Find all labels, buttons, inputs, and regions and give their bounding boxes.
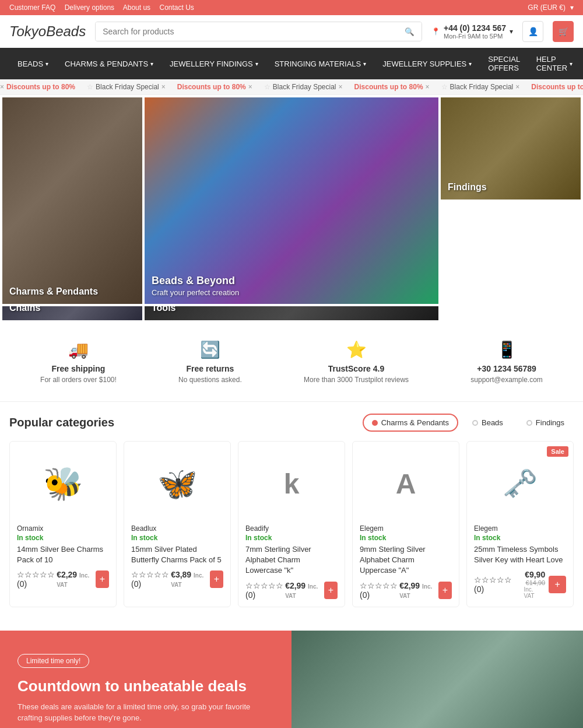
- product-rating-1: ☆☆☆☆☆ (0): [131, 570, 171, 589]
- ticker-close-3[interactable]: ×: [248, 83, 252, 91]
- tab-findings[interactable]: Findings: [517, 414, 574, 432]
- product-price-area-1: €3,89 Inc. VAT +: [171, 570, 223, 589]
- shipping-icon: 🚚: [40, 340, 117, 359]
- trustpilot-link[interactable]: Trustpilot reviews: [354, 376, 409, 384]
- product-grid: 🐝 Ornamix In stock 14mm Silver Bee Charm…: [9, 441, 574, 607]
- delivery-link[interactable]: Delivery options: [65, 4, 114, 12]
- star4: ☆: [154, 570, 161, 579]
- product-price-0: €2,29 Inc. VAT: [57, 570, 92, 589]
- product-image-2[interactable]: k: [245, 449, 338, 519]
- contact-link[interactable]: Contact Us: [159, 4, 194, 12]
- star2: ☆: [253, 581, 261, 590]
- hero-beads-label: Beads & Beyond Craft your perfect creati…: [152, 275, 239, 297]
- beads-dot: [472, 420, 478, 426]
- product-price-block-4: €9,90 €14,90 Inc. VAT: [524, 570, 546, 599]
- ticker-item-5: Discounts up to 80% ×: [354, 83, 430, 91]
- product-price-1: €3,89 Inc. VAT: [171, 570, 206, 589]
- nav-special-offers[interactable]: SPECIAL OFFERS: [480, 48, 528, 79]
- star5: ☆: [276, 581, 283, 590]
- charms-dot: [372, 420, 378, 426]
- product-stock-2: In stock: [245, 534, 338, 542]
- ticker-item-4: ☆ Black Friday Special ×: [264, 83, 343, 91]
- product-card-2: k Beadify In stock 7mm Sterling Silver A…: [238, 441, 345, 607]
- product-price-area-4: €9,90 €14,90 Inc. VAT +: [524, 570, 566, 599]
- star4: ☆: [40, 570, 47, 579]
- nav-stringing[interactable]: STRINGING MATERIALS▾: [266, 52, 375, 75]
- region-chevron: ▾: [570, 4, 574, 12]
- add-cart-btn-0[interactable]: +: [96, 570, 109, 588]
- product-image-4[interactable]: 🗝️: [474, 449, 566, 519]
- nav-charms[interactable]: CHARMS & PENDANTS▾: [57, 52, 161, 75]
- ticker-close-6[interactable]: ×: [515, 83, 519, 91]
- hero-beads[interactable]: Beads & Beyond Craft your perfect creati…: [145, 97, 438, 304]
- product-icon-3: A: [396, 468, 416, 500]
- hero-findings[interactable]: Findings: [441, 97, 581, 200]
- product-price-area-3: €2,99 Inc. VAT +: [399, 581, 452, 600]
- product-name-0: 14mm Silver Bee Charms Pack of 10: [17, 544, 109, 565]
- category-tabs: Charms & Pendants Beads Findings: [363, 414, 574, 432]
- support-email: support@example.com: [470, 376, 543, 384]
- cart-button[interactable]: 🛒: [553, 21, 574, 42]
- account-button[interactable]: 👤: [522, 21, 543, 42]
- header: TokyoBeads 🔍 📍 +44 (0) 1234 567 Mon-Fri …: [0, 15, 583, 48]
- phone-number[interactable]: +44 (0) 1234 567: [444, 23, 506, 33]
- ticker-item-2: ☆ Black Friday Special ×: [87, 83, 166, 91]
- add-cart-btn-1[interactable]: +: [210, 570, 223, 588]
- ticker-item-3: Discounts up to 80% ×: [177, 83, 252, 91]
- product-rating-2: ☆☆☆☆☆ (0): [245, 581, 285, 600]
- ticker-close-5[interactable]: ×: [426, 83, 430, 91]
- faq-link[interactable]: Customer FAQ: [9, 4, 55, 12]
- ticker-close-2[interactable]: ×: [161, 83, 166, 91]
- product-image-3[interactable]: A: [360, 449, 452, 519]
- tab-charms[interactable]: Charms & Pendants: [363, 414, 458, 432]
- ticker-item-7: Discounts up to 80% ×: [531, 83, 583, 91]
- star1: ☆: [474, 575, 482, 584]
- phone-icon: 📍: [431, 27, 440, 36]
- logo[interactable]: TokyoBeads: [9, 23, 86, 40]
- popular-header: Popular categories Charms & Pendants Bea…: [9, 414, 574, 432]
- product-price-4: €9,90: [525, 570, 545, 579]
- trust-title: TrustScore 4.9: [304, 364, 409, 373]
- hero-charms[interactable]: Charms & Pendants: [2, 97, 142, 304]
- product-price-area-0: €2,29 Inc. VAT +: [57, 570, 109, 589]
- search-button[interactable]: 🔍: [398, 22, 422, 41]
- about-link[interactable]: About us: [123, 4, 150, 12]
- product-image-1[interactable]: 🦋: [131, 449, 223, 519]
- product-price-2: €2,99 Inc. VAT: [285, 581, 320, 600]
- ticker-close-4[interactable]: ×: [339, 83, 343, 91]
- product-rating-4: ☆☆☆☆☆ (0): [474, 575, 524, 594]
- star4: ☆: [497, 575, 504, 584]
- countdown-desc: These deals are available for a limited …: [17, 701, 274, 724]
- product-stock-3: In stock: [360, 534, 452, 542]
- product-rating-0: ☆☆☆☆☆ (0): [17, 570, 57, 589]
- product-image-0[interactable]: 🐝: [17, 449, 109, 519]
- phone-details: +44 (0) 1234 567 Mon-Fri 9AM to 5PM: [444, 23, 506, 40]
- beads-tab-label: Beads: [482, 418, 503, 427]
- top-bar-links: Customer FAQ Delivery options About us C…: [9, 4, 201, 12]
- hero-chains[interactable]: Chains: [2, 306, 142, 320]
- product-name-1: 15mm Silver Plated Butterfly Charms Pack…: [131, 544, 223, 565]
- hero-tools[interactable]: Tools: [145, 306, 438, 320]
- star5: ☆: [161, 570, 169, 579]
- star1: ☆: [17, 570, 24, 579]
- region-selector[interactable]: GR (EUR €): [528, 4, 566, 12]
- star4: ☆: [268, 581, 276, 590]
- nav-supplies[interactable]: JEWELLERY SUPPLIES▾: [374, 52, 480, 75]
- nav-beads[interactable]: BEADS▾: [9, 52, 57, 75]
- add-cart-btn-4[interactable]: +: [549, 576, 566, 593]
- product-name-2: 7mm Sterling Silver Alphabet Charm Lower…: [245, 544, 338, 576]
- add-cart-btn-2[interactable]: +: [324, 582, 338, 599]
- product-footer-2: ☆☆☆☆☆ (0) €2,99 Inc. VAT +: [245, 581, 338, 600]
- stringing-chevron: ▾: [363, 61, 366, 67]
- ticker-close-1[interactable]: ×: [0, 83, 4, 91]
- rating-count-4: (0): [474, 584, 484, 594]
- countdown-left: Limited time only! Countdown to unbeatab…: [0, 631, 292, 728]
- search-input[interactable]: [96, 22, 398, 41]
- logo-text: Tokyo: [9, 23, 46, 39]
- star2: ☆: [367, 581, 375, 590]
- product-card-1: 🦋 Beadlux In stock 15mm Silver Plated Bu…: [124, 441, 231, 607]
- add-cart-btn-3[interactable]: +: [438, 582, 452, 599]
- nav-help-center[interactable]: HELP CENTER▾: [528, 48, 581, 79]
- nav-findings[interactable]: JEWELLERY FINDINGS▾: [161, 52, 266, 75]
- tab-beads[interactable]: Beads: [463, 414, 512, 432]
